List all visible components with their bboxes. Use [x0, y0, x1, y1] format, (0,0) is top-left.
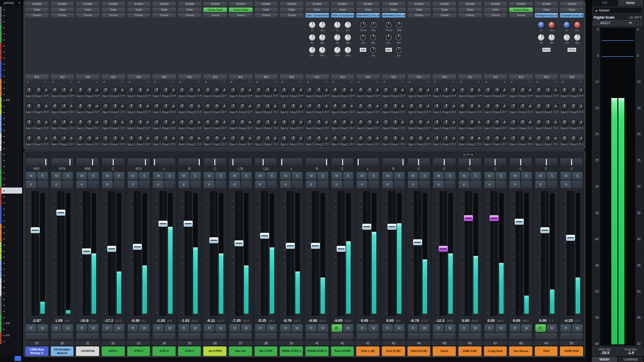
track-list-item[interactable]: ▸ [0, 296, 22, 302]
gain-3-knob[interactable] [536, 104, 542, 110]
gain-2-knob[interactable] [103, 120, 109, 126]
freq-3-knob[interactable] [87, 104, 93, 110]
gain-4-knob[interactable] [281, 87, 288, 94]
edit-button[interactable]: e [153, 180, 164, 188]
freq-1-knob[interactable] [341, 136, 348, 142]
rack-toggle[interactable] [267, 180, 277, 188]
gain-4-knob[interactable] [332, 87, 339, 94]
solo-button[interactable]: S [165, 172, 175, 179]
freq-2-knob[interactable] [36, 120, 42, 126]
freq-1-knob[interactable] [443, 136, 450, 142]
q-2-knob[interactable] [400, 121, 406, 126]
gate-slot[interactable]: Gate [102, 8, 125, 12]
track-list-item[interactable]: ▸ [0, 163, 22, 169]
gain-4-knob[interactable] [383, 87, 389, 94]
channel-name[interactable]: TREM GTRS 1 [280, 346, 303, 356]
eq-button[interactable]: EQ [76, 75, 100, 79]
comp-slot[interactable]: Tube Compressor [331, 13, 355, 18]
gate-slot[interactable]: Gate [178, 8, 202, 12]
gain-4-knob[interactable] [179, 87, 186, 94]
freq-4-knob[interactable] [392, 87, 399, 94]
comp-slot[interactable]: Comp [509, 13, 533, 18]
routing-cell[interactable] [485, 333, 507, 339]
track-list-item[interactable]: ▸ [0, 278, 22, 284]
q-1-knob[interactable] [477, 137, 482, 142]
gain-4-knob[interactable] [52, 87, 58, 94]
pan-slider[interactable] [179, 158, 201, 166]
gain-2-knob[interactable] [459, 120, 466, 126]
meter-tab-master[interactable]: Master [592, 356, 618, 362]
channel-name[interactable]: Ooh L (R) [356, 346, 379, 356]
eq-button[interactable]: EQ [305, 75, 329, 79]
channel-name[interactable]: DOM VOX [560, 346, 583, 356]
fader-cap[interactable] [515, 219, 524, 225]
gain-1-knob[interactable] [434, 136, 440, 142]
gain-1-knob[interactable] [77, 136, 84, 142]
pan-slider[interactable] [510, 158, 532, 166]
routing-cell[interactable] [357, 333, 379, 339]
routing-cell[interactable] [204, 333, 226, 339]
q-1-knob[interactable] [248, 137, 253, 142]
gain-2-knob[interactable] [153, 120, 160, 126]
solo-button[interactable]: S [62, 172, 73, 179]
freq-2-knob[interactable] [188, 120, 195, 126]
gain-2-knob[interactable] [52, 120, 58, 126]
write-automation-button[interactable]: W [368, 324, 379, 332]
check-icon[interactable]: ✓ [197, 80, 200, 84]
track-list-item[interactable]: ▸ [0, 115, 22, 121]
strip-button[interactable]: STRIP [509, 2, 533, 7]
mute-button[interactable]: M [76, 172, 87, 179]
freq-3-knob[interactable] [469, 104, 475, 110]
gain-4-knob[interactable] [230, 87, 236, 94]
gain-2-knob[interactable] [561, 120, 568, 126]
gain-2-knob[interactable] [230, 120, 236, 126]
rel-knob[interactable] [574, 34, 581, 41]
edit-button[interactable]: e [357, 180, 367, 188]
fader-track[interactable] [440, 191, 447, 316]
routing-cell[interactable] [382, 333, 405, 339]
edit-button[interactable]: e [179, 180, 189, 188]
comp-slot[interactable]: Comp [25, 13, 49, 18]
strip-button[interactable]: STRIP [152, 2, 176, 7]
write-automation-button[interactable]: W [37, 324, 48, 332]
fader-cap[interactable] [234, 240, 244, 246]
comp-slot[interactable]: Comp [76, 13, 100, 18]
fader-cap[interactable] [184, 221, 193, 227]
check-icon[interactable]: ✓ [350, 80, 353, 84]
mix-knob[interactable] [319, 47, 326, 53]
gain-4-knob[interactable] [510, 87, 517, 94]
eq-button[interactable]: EQ [458, 75, 482, 79]
fader-track[interactable] [134, 191, 141, 316]
gate-slot[interactable]: Gate [560, 8, 584, 12]
track-list-item[interactable]: ▸ [0, 73, 22, 79]
comp-slot[interactable]: Comp [255, 13, 278, 18]
fader-cap[interactable] [31, 227, 40, 233]
q-1-knob[interactable] [44, 137, 49, 142]
freq-3-knob[interactable] [392, 104, 399, 110]
panel-tab-meter[interactable]: Meter [618, 0, 644, 6]
read-automation-button[interactable]: R [560, 324, 571, 332]
solo-button[interactable]: S [317, 172, 328, 179]
solo-button[interactable]: S [37, 172, 48, 179]
digital-scale-label[interactable]: Digital Scale [594, 16, 615, 19]
freq-1-knob[interactable] [36, 136, 42, 142]
mute-button[interactable]: M [459, 172, 469, 179]
freq-1-knob[interactable] [87, 136, 93, 142]
eq-button[interactable]: EQ [509, 75, 533, 79]
q-1-knob[interactable] [502, 137, 507, 142]
gate-slot[interactable]: Gate [331, 8, 355, 12]
check-icon[interactable]: ✓ [427, 80, 429, 84]
strip-button[interactable]: STRIP [51, 2, 74, 7]
routing-cell[interactable] [560, 333, 583, 339]
gain-4-knob[interactable] [409, 87, 415, 94]
freq-4-knob[interactable] [520, 87, 526, 94]
gain-1-knob[interactable] [205, 136, 211, 142]
gain-1-knob[interactable] [409, 136, 415, 142]
gain-2-knob[interactable] [434, 120, 440, 126]
gain-3-knob[interactable] [306, 104, 313, 110]
track-list-item[interactable]: ▸ [0, 25, 22, 31]
mute-button[interactable]: M [153, 172, 164, 179]
out-knob[interactable] [548, 22, 555, 28]
read-automation-button[interactable]: R [280, 324, 291, 332]
edit-button[interactable]: e [459, 180, 469, 188]
